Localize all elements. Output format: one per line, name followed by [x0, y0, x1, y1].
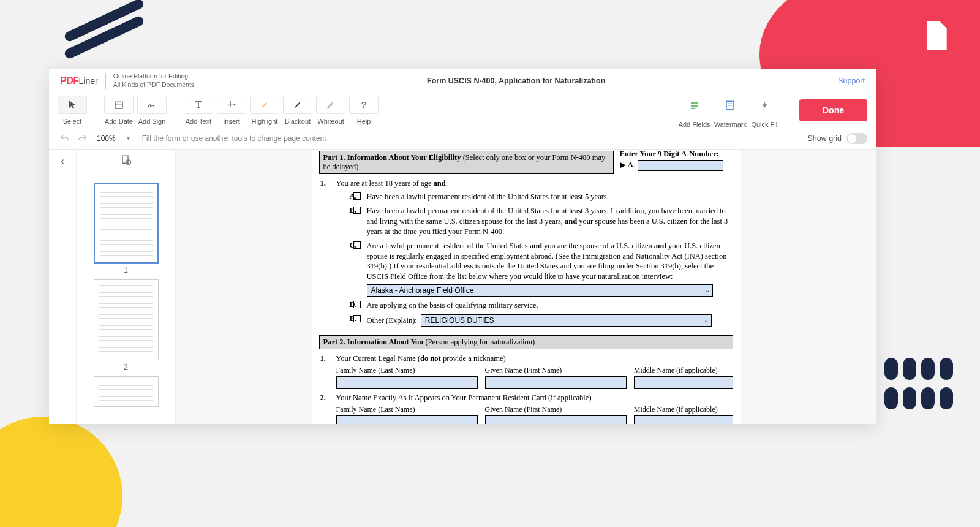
- optD-checkbox[interactable]: [353, 301, 361, 308]
- other-explain-select[interactable]: RELIGIOUS DUTIES ⌄: [421, 314, 712, 327]
- canvas[interactable]: Part 1. Information About Your Eligibili…: [176, 150, 876, 424]
- given-name-input[interactable]: [485, 376, 627, 389]
- chevron-down-icon: ▾: [127, 135, 130, 142]
- select-label: Select: [63, 118, 82, 125]
- header-bar: PDFLiner Online Platform for Editing All…: [49, 69, 876, 93]
- part2-label: Part 2. Information About You: [323, 338, 426, 346]
- add-sign-button[interactable]: Add Sign: [137, 96, 167, 125]
- given-label: Given Name (First Name): [485, 366, 627, 375]
- family-name-input-2[interactable]: [336, 415, 478, 424]
- decor-navy-strokes: [61, 15, 147, 58]
- anumber-label: Enter Your 9 Digit A-Number:: [620, 150, 733, 159]
- chevron-down-icon: ⌄: [704, 316, 709, 325]
- thumbnail-settings-icon[interactable]: [121, 157, 132, 167]
- thumbnail-page-2[interactable]: [94, 279, 159, 360]
- watermark-button[interactable]: Watermark: [714, 92, 747, 128]
- tagline-line1: Online Platform for Editing: [113, 72, 194, 80]
- p2q1-number: 1.: [319, 354, 336, 389]
- add-date-label: Add Date: [105, 118, 133, 125]
- done-button[interactable]: Done: [799, 99, 867, 121]
- quick-fill-button[interactable]: Quick Fill: [750, 92, 780, 128]
- part1-header: Part 1. Information About Your Eligibili…: [319, 151, 614, 174]
- middle-name-input[interactable]: [634, 376, 733, 389]
- insert-label: Insert: [223, 118, 240, 125]
- p2q1-post: provide a nickname): [441, 354, 506, 363]
- logo-divider: [105, 73, 106, 89]
- optA-letter: A.: [336, 192, 353, 201]
- q1-number: 1.: [319, 179, 336, 327]
- redo-button[interactable]: [76, 132, 89, 145]
- select-button[interactable]: Select: [58, 96, 87, 125]
- side-nav: ‹: [49, 150, 77, 424]
- optA-text: Have been a lawful permanent resident of…: [367, 192, 733, 202]
- help-icon: ?: [358, 99, 369, 110]
- logo-liner: Liner: [79, 76, 98, 86]
- family-label-2: Family Name (Last Name): [336, 405, 478, 414]
- family-name-input[interactable]: [336, 376, 478, 389]
- middle-label-2: Middle Name (if applicable): [634, 405, 733, 414]
- svg-rect-4: [691, 108, 696, 109]
- add-date-button[interactable]: Add Date: [104, 96, 134, 125]
- optC-checkbox[interactable]: [353, 241, 361, 249]
- logo: PDFLiner: [60, 75, 98, 86]
- svg-rect-3: [691, 105, 698, 107]
- blackout-label: Blackout: [285, 118, 311, 125]
- thumbnails-scroll[interactable]: 1 2: [77, 173, 175, 424]
- fields-icon: [689, 100, 700, 111]
- help-button[interactable]: ? Help: [349, 96, 379, 125]
- anumber-arrow-icon: ▶: [620, 161, 626, 169]
- calendar-icon: [113, 99, 124, 110]
- whiteout-label: Whiteout: [317, 118, 344, 125]
- add-sign-label: Add Sign: [138, 118, 166, 125]
- thumbnail-page-1[interactable]: [94, 183, 159, 264]
- pdf-icon: [918, 18, 952, 55]
- text-icon: T: [193, 99, 204, 110]
- whiteout-button[interactable]: Whiteout: [316, 96, 345, 125]
- insert-button[interactable]: +▾ Insert: [217, 96, 246, 125]
- highlight-label: Highlight: [252, 118, 278, 125]
- optD-letter: D.: [336, 300, 353, 309]
- middle-name-input-2[interactable]: [634, 415, 733, 424]
- whiteout-icon: [325, 99, 336, 110]
- optB-text: Have been a lawful permanent resident of…: [367, 206, 733, 237]
- optE-letter: E.: [336, 314, 353, 324]
- anumber-input[interactable]: [638, 160, 723, 171]
- anumber-prefix: A-: [628, 161, 636, 169]
- chevron-down-icon: ⌄: [705, 286, 710, 295]
- blackout-icon: [292, 99, 303, 110]
- hint-text: Fill the form or use another tools to ch…: [142, 134, 326, 143]
- highlight-button[interactable]: Highlight: [250, 96, 279, 125]
- part1-label: Part 1. Information About Your Eligibili…: [323, 153, 463, 162]
- field-office-select[interactable]: Alaska - Anchorage Field Office ⌄: [367, 284, 713, 297]
- p2q2-number: 2.: [319, 393, 336, 424]
- given-label-2: Given Name (First Name): [485, 405, 627, 414]
- support-link[interactable]: Support: [838, 77, 865, 85]
- add-text-button[interactable]: T Add Text: [184, 96, 213, 125]
- svg-rect-0: [115, 102, 123, 108]
- add-fields-button[interactable]: Add Fields: [679, 92, 710, 128]
- optE-checkbox[interactable]: [353, 315, 361, 322]
- zoom-select[interactable]: 100% ▾: [97, 134, 130, 143]
- given-name-input-2[interactable]: [485, 415, 627, 424]
- cursor-icon: [67, 99, 78, 110]
- undo-button[interactable]: [58, 132, 71, 145]
- p2q1-bold: do not: [420, 354, 441, 363]
- logo-pdf: PDF: [60, 75, 79, 86]
- back-button[interactable]: ‹: [61, 156, 64, 167]
- q1-text-pre: You are at least 18 years of age: [336, 179, 434, 188]
- show-grid-toggle[interactable]: [846, 133, 867, 144]
- decor-yellow-blob: [0, 417, 123, 527]
- tagline: Online Platform for Editing All Kinds of…: [113, 72, 194, 88]
- part2-header: Part 2. Information About You (Person ap…: [319, 335, 733, 349]
- pdf-page: Part 1. Information About Your Eligibili…: [312, 150, 741, 424]
- optE-label: Other (Explain):: [367, 316, 417, 326]
- optB-checkbox[interactable]: [353, 207, 361, 214]
- middle-label: Middle Name (if applicable): [634, 366, 733, 375]
- field-office-value: Alaska - Anchorage Field Office: [371, 286, 474, 295]
- blackout-button[interactable]: Blackout: [283, 96, 312, 125]
- thumbnail-page-3[interactable]: [94, 376, 159, 407]
- optD-text: Are applying on the basis of qualifying …: [367, 300, 733, 311]
- document-title: Form USCIS N-400, Application for Natura…: [427, 77, 605, 85]
- sub-toolbar: 100% ▾ Fill the form or use another tool…: [49, 127, 876, 150]
- optA-checkbox[interactable]: [353, 192, 361, 200]
